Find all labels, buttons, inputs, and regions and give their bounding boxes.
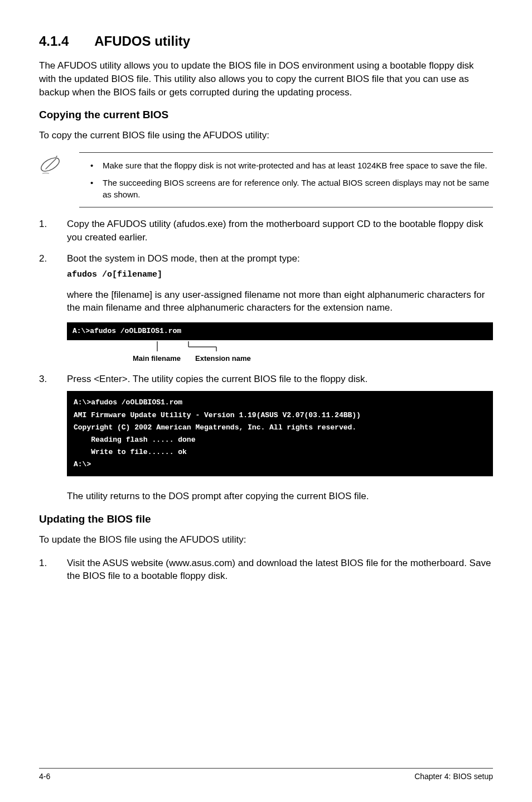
updating-lead: To update the BIOS file using the AFUDOS… — [39, 533, 493, 547]
note-item: Make sure that the floppy disk is not wr… — [90, 160, 493, 171]
filename-diagram: Main filename Extension name — [67, 341, 493, 365]
section-number: 4.1.4 — [39, 33, 69, 49]
section-title: AFUDOS utility — [94, 33, 190, 49]
terminal-filename: A:\>afudos /oOLDBIOS1.rom — [67, 322, 493, 340]
terminal-line: A:\>afudos /oOLDBIOS1.rom — [72, 327, 181, 335]
updating-heading: Updating the BIOS file — [39, 513, 493, 525]
updating-steps: Visit the ASUS website (www.asus.com) an… — [39, 557, 493, 583]
step-item: Copy the AFUDOS utility (afudos.exe) fro… — [39, 218, 493, 244]
step-item: Press <Enter>. The utility copies the cu… — [39, 373, 493, 503]
step3-text: Press <Enter>. The utility copies the cu… — [67, 374, 367, 384]
section-heading: 4.1.4 AFUDOS utility — [39, 33, 493, 49]
copying-steps: Copy the AFUDOS utility (afudos.exe) fro… — [39, 218, 493, 503]
step2-paragraph: where the [filename] is any user-assigne… — [67, 288, 493, 315]
note-item: The succeeding BIOS screens are for refe… — [90, 177, 493, 200]
note-block: Make sure that the floppy disk is not wr… — [39, 152, 493, 207]
note-icon — [39, 152, 66, 178]
extension-name-label: Extension name — [195, 354, 251, 364]
page-footer: 4-6 Chapter 4: BIOS setup — [39, 768, 493, 781]
page-number: 4-6 — [39, 772, 50, 781]
intro-paragraph: The AFUDOS utility allows you to update … — [39, 59, 493, 99]
step-item: Visit the ASUS website (www.asus.com) an… — [39, 557, 493, 583]
note-content: Make sure that the floppy disk is not wr… — [79, 152, 493, 207]
post-text: The utility returns to the DOS prompt af… — [67, 490, 493, 503]
step-item: Boot the system in DOS mode, then at the… — [39, 252, 493, 365]
main-filename-label: Main filename — [133, 354, 181, 364]
step2-code: afudos /o[filename] — [67, 269, 493, 281]
chapter-label: Chapter 4: BIOS setup — [414, 772, 493, 781]
copying-lead: To copy the current BIOS file using the … — [39, 129, 493, 142]
copying-heading: Copying the current BIOS — [39, 109, 493, 121]
step2-text: Boot the system in DOS mode, then at the… — [67, 253, 300, 264]
terminal-output: A:\>afudos /oOLDBIOS1.rom AMI Firmware U… — [67, 391, 493, 476]
